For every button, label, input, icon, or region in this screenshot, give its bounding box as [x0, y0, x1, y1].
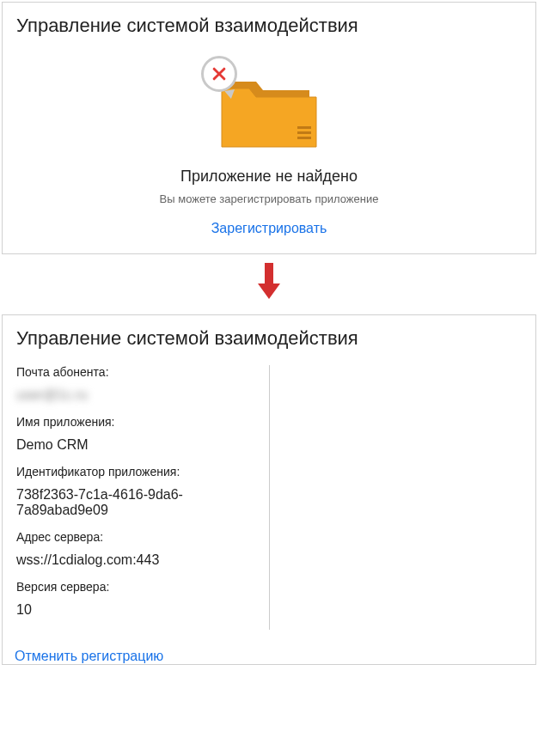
- empty-state-subtitle: Вы можете зарегистрировать приложение: [3, 192, 535, 205]
- email-value: user@1c.ru: [16, 387, 255, 403]
- server-ver-value: 10: [16, 602, 255, 618]
- email-label: Почта абонента:: [16, 365, 255, 379]
- arrow-down-icon: [0, 256, 538, 313]
- cancel-registration-button[interactable]: Отменить регистрацию: [15, 649, 163, 664]
- svg-rect-1: [297, 131, 311, 134]
- svg-rect-3: [265, 263, 273, 285]
- app-name-label: Имя приложения:: [16, 415, 255, 429]
- panel-title: Управление системой взаимодействия: [3, 315, 535, 358]
- server-addr-label: Адрес сервера:: [16, 530, 255, 544]
- details-column-right: [270, 358, 536, 645]
- folder-error-icon: [213, 63, 325, 152]
- panel-registered: Управление системой взаимодействия Почта…: [2, 314, 536, 665]
- server-addr-value: wss://1cdialog.com:443: [16, 552, 255, 568]
- error-badge-icon: [201, 56, 237, 92]
- empty-state-title: Приложение не найдено: [3, 168, 535, 186]
- register-button[interactable]: Зарегистрировать: [211, 221, 327, 236]
- app-id-label: Идентификатор приложения:: [16, 465, 255, 479]
- svg-rect-0: [297, 126, 311, 129]
- app-id-value: 738f2363-7c1a-4616-9da6-7a89abad9e09: [16, 487, 255, 518]
- empty-state: Приложение не найдено Вы можете зарегист…: [3, 46, 535, 253]
- badge-tail-icon: [224, 89, 236, 100]
- app-name-value: Demo CRM: [16, 437, 255, 453]
- svg-rect-2: [297, 137, 311, 139]
- panel-title: Управление системой взаимодействия: [3, 3, 535, 46]
- server-ver-label: Версия сервера:: [16, 580, 255, 594]
- details-column: Почта абонента: user@1c.ru Имя приложени…: [3, 358, 269, 645]
- panel-not-found: Управление системой взаимодействия Прило…: [2, 2, 536, 254]
